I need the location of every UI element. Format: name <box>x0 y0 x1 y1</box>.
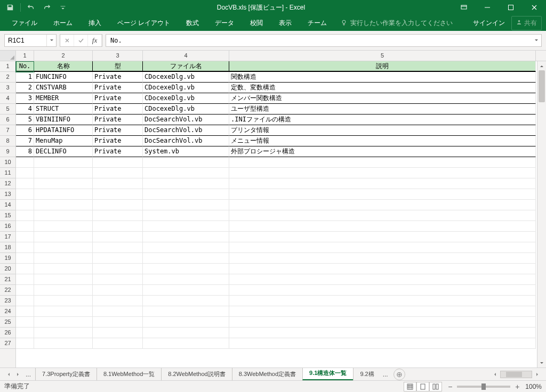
data-cell[interactable]: Private <box>93 125 143 136</box>
zoom-thumb[interactable] <box>481 383 486 390</box>
data-cell[interactable]: ユーザ型構造 <box>229 104 536 115</box>
row-header[interactable]: 25 <box>0 317 15 328</box>
tab-insert[interactable]: 挿入 <box>81 15 109 31</box>
data-cell[interactable]: CNSTVARB <box>34 83 93 93</box>
empty-cell[interactable] <box>34 232 93 242</box>
tab-data[interactable]: データ <box>207 15 242 31</box>
empty-cell[interactable] <box>34 157 93 168</box>
hscroll-thumb[interactable] <box>506 372 522 377</box>
empty-cell[interactable] <box>93 296 143 306</box>
empty-cell[interactable] <box>16 285 34 296</box>
empty-cell[interactable] <box>34 296 93 306</box>
row-header[interactable]: 17 <box>0 232 15 242</box>
row-header[interactable]: 2 <box>0 72 15 83</box>
sheet-tab[interactable]: 8.3WebMethod定義書 <box>232 368 303 380</box>
empty-cell[interactable] <box>143 285 229 296</box>
header-cell[interactable]: 型 <box>93 61 143 72</box>
empty-cell[interactable] <box>93 264 143 274</box>
row-header[interactable]: 14 <box>0 200 15 210</box>
row-header[interactable]: 26 <box>0 328 15 338</box>
data-cell[interactable]: プリンタ情報 <box>229 125 536 136</box>
header-cell[interactable]: 説明 <box>229 61 536 72</box>
data-cell[interactable]: CDocexeDlg.vb <box>143 83 229 93</box>
data-cell[interactable]: FUNCINFO <box>34 72 93 83</box>
empty-cell[interactable] <box>229 189 536 200</box>
expand-formula-button[interactable] <box>532 38 541 43</box>
empty-cell[interactable] <box>229 338 536 349</box>
empty-cell[interactable] <box>143 221 229 232</box>
row-header[interactable]: 20 <box>0 264 15 274</box>
view-pagebreak-button[interactable] <box>429 382 442 391</box>
row-header[interactable]: 6 <box>0 115 15 125</box>
empty-cell[interactable] <box>93 232 143 242</box>
row-header[interactable]: 24 <box>0 306 15 317</box>
scroll-down-button[interactable] <box>537 358 546 368</box>
name-box-dropdown[interactable] <box>46 35 56 46</box>
empty-cell[interactable] <box>93 168 143 178</box>
empty-cell[interactable] <box>93 274 143 285</box>
empty-cell[interactable] <box>16 232 34 242</box>
empty-cell[interactable] <box>34 221 93 232</box>
empty-cell[interactable] <box>93 317 143 328</box>
save-button[interactable] <box>3 1 17 14</box>
data-cell[interactable]: 定数、変数構造 <box>229 83 536 93</box>
ribbon-options-button[interactable] <box>452 0 476 15</box>
empty-cell[interactable] <box>229 157 536 168</box>
maximize-button[interactable] <box>499 0 523 15</box>
data-cell[interactable]: STRUCT <box>34 104 93 115</box>
data-cell[interactable]: DocSearchVol.vb <box>143 115 229 125</box>
data-cell[interactable]: MenuMap <box>34 136 93 146</box>
tab-review[interactable]: 校閲 <box>243 15 270 31</box>
empty-cell[interactable] <box>143 178 229 189</box>
data-cell[interactable]: 8 <box>16 146 34 157</box>
formula-input[interactable] <box>106 36 532 45</box>
empty-cell[interactable] <box>143 157 229 168</box>
sheet-nav-next[interactable] <box>14 370 22 379</box>
data-cell[interactable]: System.vb <box>143 146 229 157</box>
cells-area[interactable]: No.名称型ファイル名説明1FUNCINFOPrivateCDocexeDlg.… <box>16 61 546 368</box>
empty-cell[interactable] <box>93 189 143 200</box>
empty-cell[interactable] <box>16 178 34 189</box>
empty-cell[interactable] <box>143 264 229 274</box>
empty-cell[interactable] <box>93 242 143 253</box>
data-cell[interactable]: 3 <box>16 93 34 104</box>
row-header[interactable]: 13 <box>0 189 15 200</box>
empty-cell[interactable] <box>16 306 34 317</box>
name-box-input[interactable] <box>5 36 46 45</box>
tell-me-search[interactable]: 実行したい作業を入力してください <box>335 19 458 28</box>
empty-cell[interactable] <box>16 317 34 328</box>
empty-cell[interactable] <box>93 338 143 349</box>
row-header[interactable]: 7 <box>0 125 15 136</box>
close-button[interactable] <box>523 0 546 15</box>
empty-cell[interactable] <box>143 168 229 178</box>
zoom-in-button[interactable]: + <box>513 382 521 391</box>
data-cell[interactable]: DocSearchVol.vb <box>143 125 229 136</box>
empty-cell[interactable] <box>229 285 536 296</box>
empty-cell[interactable] <box>34 274 93 285</box>
data-cell[interactable]: Private <box>93 72 143 83</box>
column-header[interactable]: 1 <box>16 51 34 61</box>
redo-button[interactable] <box>40 1 54 14</box>
zoom-out-button[interactable]: − <box>446 382 454 391</box>
empty-cell[interactable] <box>34 168 93 178</box>
sheet-tab[interactable]: 9.1構造体一覧 <box>302 368 354 380</box>
empty-cell[interactable] <box>229 178 536 189</box>
tab-view[interactable]: 表示 <box>271 15 299 31</box>
column-header[interactable]: 2 <box>34 51 93 61</box>
row-header[interactable]: 16 <box>0 221 15 232</box>
insert-function-button[interactable]: fx <box>88 35 102 46</box>
data-cell[interactable]: メニュー情報 <box>229 136 536 146</box>
empty-cell[interactable] <box>229 168 536 178</box>
empty-cell[interactable] <box>16 189 34 200</box>
row-header[interactable]: 1 <box>0 61 15 72</box>
tab-pagelayout[interactable]: ページ レイアウト <box>110 15 178 31</box>
hscroll-right[interactable] <box>533 370 542 379</box>
cancel-formula-button[interactable] <box>60 35 74 46</box>
sheet-tab[interactable]: 8.2WebMethod説明書 <box>161 368 232 380</box>
sheet-tab[interactable]: 9.2構 <box>353 368 380 380</box>
row-header[interactable]: 22 <box>0 285 15 296</box>
empty-cell[interactable] <box>143 306 229 317</box>
column-header[interactable]: 5 <box>229 51 536 61</box>
data-cell[interactable]: .INIファイルの構造 <box>229 115 536 125</box>
empty-cell[interactable] <box>34 253 93 264</box>
